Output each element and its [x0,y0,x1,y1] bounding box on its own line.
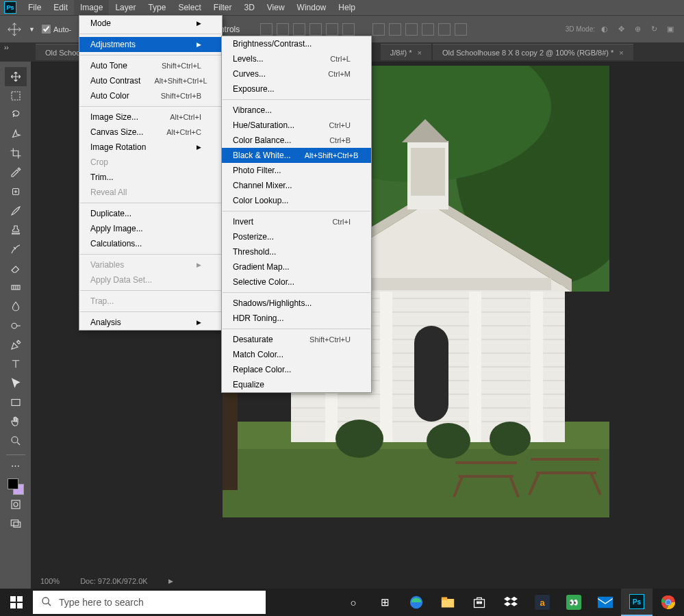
type-tool[interactable] [5,355,27,374]
path-select-tool[interactable] [5,374,27,393]
menu-item-replace-color[interactable]: Replace Color... [222,362,371,377]
menu-type[interactable]: Type [142,0,172,15]
lasso-tool[interactable] [5,105,27,125]
menu-item-match-color[interactable]: Match Color... [222,347,371,362]
menu-item-trim[interactable]: Trim... [79,170,222,185]
zoom-level[interactable]: 100% [40,577,60,585]
color-swatch[interactable] [8,478,24,495]
gradient-tool[interactable] [5,278,27,297]
move-tool-icon[interactable] [7,22,22,37]
menu-item-trap[interactable]: Trap... [79,294,222,309]
menu-item-curves[interactable]: Curves...Ctrl+M [222,66,371,81]
menu-item-color-lookup[interactable]: Color Lookup... [222,193,371,208]
menu-item-mode[interactable]: Mode▶ [79,16,222,31]
menu-3d[interactable]: 3D [238,0,260,15]
align-icon[interactable] [342,23,355,36]
align-icon[interactable] [260,23,273,36]
menu-item-duplicate[interactable]: Duplicate... [79,206,222,221]
distribute-icon[interactable] [455,23,467,36]
chevron-down-icon[interactable]: ▼ [29,26,35,33]
menu-item-channel-mixer[interactable]: Channel Mixer... [222,178,371,193]
taskbar-search[interactable]: Type here to search [33,591,266,614]
chevron-right-icon[interactable]: ▶ [168,578,173,585]
menu-item-variables[interactable]: Variables▶ [79,257,222,272]
menu-item-selective-color[interactable]: Selective Color... [222,274,371,290]
move-tool[interactable] [5,67,27,86]
menu-item-image-size[interactable]: Image Size...Alt+Ctrl+I [79,110,222,125]
orbit-icon[interactable]: ◐ [598,23,611,36]
amazon-icon[interactable]: a [527,589,558,616]
brush-tool[interactable] [5,201,27,220]
align-icon[interactable] [309,23,322,36]
edge-icon[interactable] [401,589,432,616]
blur-tool[interactable] [5,297,27,316]
store-icon[interactable] [464,589,495,616]
stamp-tool[interactable] [5,220,27,240]
dodge-tool[interactable] [5,316,27,335]
menu-file[interactable]: File [22,0,47,15]
align-icon[interactable] [277,23,289,36]
eraser-tool[interactable] [5,259,27,278]
menu-item-hdr-toning[interactable]: HDR Toning... [222,311,371,326]
auto-select-checkbox[interactable]: Auto- [42,25,71,34]
menu-item-photo-filter[interactable]: Photo Filter... [222,163,371,178]
tripadvisor-icon[interactable]: 👀 [558,589,590,616]
healing-tool[interactable] [5,182,27,201]
distribute-icon[interactable] [372,23,385,36]
menu-item-desaturate[interactable]: DesaturateShift+Ctrl+U [222,332,371,347]
edit-toolbar[interactable]: ⋯ [5,459,27,472]
menu-layer[interactable]: Layer [109,0,142,15]
menu-item-exposure[interactable]: Exposure... [222,81,371,97]
align-icon[interactable] [326,23,338,36]
crop-tool[interactable] [5,144,27,163]
menu-item-auto-contrast[interactable]: Auto ContrastAlt+Shift+Ctrl+L [79,73,222,88]
menu-item-analysis[interactable]: Analysis▶ [79,315,222,330]
quick-mask-tool[interactable] [5,495,27,514]
menu-item-invert[interactable]: InvertCtrl+I [222,214,371,229]
menu-filter[interactable]: Filter [207,0,238,15]
pan-icon[interactable]: ✥ [614,23,628,36]
menu-item-posterize[interactable]: Posterize... [222,229,371,244]
collapse-icon[interactable]: ›› [4,44,9,51]
menu-item-auto-tone[interactable]: Auto ToneShift+Ctrl+L [79,58,222,73]
explorer-icon[interactable] [432,589,464,616]
zoom-icon[interactable]: ⊕ [631,23,644,36]
screen-mode-tool[interactable] [5,514,27,533]
marquee-tool[interactable] [5,86,27,105]
quick-select-tool[interactable] [5,125,27,144]
menu-item-apply-data-set[interactable]: Apply Data Set... [79,272,222,287]
menu-view[interactable]: View [261,0,291,15]
menu-item-calculations[interactable]: Calculations... [79,236,222,251]
menu-item-levels[interactable]: Levels...Ctrl+L [222,51,371,66]
menu-edit[interactable]: Edit [47,0,74,15]
chrome-icon[interactable] [653,589,684,616]
pen-tool[interactable] [5,335,27,355]
distribute-icon[interactable] [405,23,418,36]
menu-item-auto-color[interactable]: Auto ColorShift+Ctrl+B [79,88,222,103]
rectangle-tool[interactable] [5,393,27,412]
distribute-icon[interactable] [422,23,434,36]
history-brush-tool[interactable] [5,240,27,259]
task-view-icon[interactable]: ⊞ [369,589,401,616]
menu-item-gradient-map[interactable]: Gradient Map... [222,259,371,274]
document-tab[interactable]: Old Schoolhouse 8 X 8 copy 2 @ 100% (RGB… [433,44,633,60]
menu-select[interactable]: Select [172,0,207,15]
start-button[interactable] [0,589,33,616]
rotate-icon[interactable]: ↻ [647,23,661,36]
menu-window[interactable]: Window [291,0,333,15]
mail-icon[interactable] [590,589,621,616]
menu-item-adjustments[interactable]: Adjustments▶ [79,37,222,52]
menu-item-threshold[interactable]: Threshold... [222,244,371,259]
distribute-icon[interactable] [389,23,401,36]
menu-item-shadows-highlights[interactable]: Shadows/Highlights... [222,296,371,311]
align-icon[interactable] [293,23,305,36]
menu-item-equalize[interactable]: Equalize [222,377,371,392]
cortana-icon[interactable]: ○ [338,589,369,616]
menu-item-reveal-all[interactable]: Reveal All [79,185,222,200]
close-icon[interactable]: × [418,49,422,57]
dropbox-icon[interactable] [495,589,527,616]
menu-item-black-and-white[interactable]: Black & White...Alt+Shift+Ctrl+B [222,148,371,163]
photoshop-taskbar-icon[interactable]: Ps [621,589,653,616]
menu-image[interactable]: Image [74,0,109,15]
menu-help[interactable]: Help [332,0,362,15]
